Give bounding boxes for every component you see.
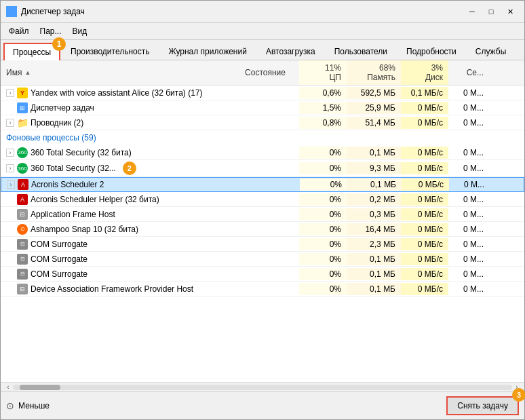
com-icon-3: ⊟ [17,269,28,280]
menu-par[interactable]: Пар... [35,24,67,38]
process-mem: 0,1 МБ [347,253,401,265]
col-header-mem[interactable]: 68% Память [347,60,401,85]
process-mem: 0,1 МБ [347,178,402,191]
table-row[interactable]: A Acronis Scheduler Helper (32 бита) 0% … [1,192,524,207]
minimize-button[interactable]: ─ [463,5,481,18]
scrollbar-area[interactable]: ‹ › [1,382,524,392]
yandex-icon: Y [17,88,28,98]
end-task-button[interactable]: Снять задачу [446,396,519,415]
process-disk: 0 МБ/с [401,268,448,280]
process-net: 0 М... [448,223,489,235]
folder-icon: 📁 [17,117,28,128]
window-title: Диспетчер задач [21,7,85,16]
table-row[interactable]: ⊙ Ashampoo Snap 10 (32 бита) 0% 16,4 МБ … [1,222,524,237]
process-net: 0 М... [448,208,489,221]
close-button[interactable]: ✕ [501,5,519,18]
process-net: 0 М... [448,238,489,250]
expand-button[interactable]: › [6,89,14,97]
process-name: ⊟ COM Surrogate [1,267,231,281]
table-row[interactable]: ⊟ Application Frame Host 0% 0,3 МБ 0 МБ/… [1,207,524,222]
end-task-container: Снять задачу 3 [446,396,519,415]
process-net: 0 М... [448,87,489,99]
process-name: › 360 360 Total Security (32... 2 [1,160,231,176]
process-state [231,273,299,275]
process-name: ⊟ COM Surrogate [1,237,231,251]
process-name: › A Acronis Scheduler 2 [1,178,232,191]
menu-file[interactable]: Файл [3,24,35,38]
badge-2: 2 [123,161,136,175]
process-cpu: 0,8% [299,117,347,129]
appframe-icon: ⊟ [17,209,28,220]
col-header-net[interactable]: Се... [448,65,489,80]
process-state [231,92,299,94]
process-net: 0 М... [448,162,489,174]
menu-bar: Файл Пар... Вид [1,23,524,40]
process-mem: 0,2 МБ [347,193,401,206]
scrollbar-track[interactable] [13,385,512,390]
process-mem: 0,1 МБ [347,268,401,280]
table-row[interactable]: ⊟ COM Surrogate 0% 2,3 МБ 0 МБ/с 0 М... [1,237,524,252]
tab-startup[interactable]: Автозагрузка [257,43,324,60]
tab-app-history[interactable]: Журнал приложений [160,43,256,60]
scrollbar-thumb[interactable] [20,385,60,390]
process-cpu: 0% [300,178,347,191]
tab-performance[interactable]: Производительность [62,43,158,60]
process-name: A Acronis Scheduler Helper (32 бита) [1,193,231,206]
process-state [231,243,299,246]
process-net: 0 М... [448,283,489,295]
process-mem: 16,4 МБ [347,223,401,235]
table-row[interactable]: ⊟ COM Surrogate 0% 0,1 МБ 0 МБ/с 0 М... [1,252,524,267]
table-row[interactable]: › Y Yandex with voice assistant Alice (3… [1,85,524,100]
process-cpu: 0% [299,253,347,265]
process-name: ⊟ Application Frame Host [1,208,231,221]
tab-users[interactable]: Пользователи [326,43,396,60]
table-row[interactable]: ⊟ Device Association Framework Provider … [1,282,524,297]
expand-button[interactable]: › [6,119,14,127]
title-bar-controls: ─ □ ✕ [463,5,519,18]
expand-button[interactable]: › [6,164,14,172]
process-state [231,198,299,201]
title-bar-left: Диспетчер задач [6,6,85,17]
process-table[interactable]: › Y Yandex with voice assistant Alice (3… [1,85,524,382]
process-state [231,228,299,231]
360-icon: 360 [17,147,28,158]
table-row[interactable]: ⊞ Диспетчер задач 1,5% 25,9 МБ 0 МБ/с 0 … [1,100,524,115]
process-name: ⊟ Device Association Framework Provider … [1,282,231,296]
process-state [231,121,299,124]
taskmgr-icon: ⊞ [17,102,28,113]
col-header-disk[interactable]: 3% Диск [401,60,448,85]
tab-details[interactable]: Подробности [397,43,465,60]
menu-view[interactable]: Вид [67,24,93,38]
table-row[interactable]: › 360 360 Total Security (32... 2 0% 9,3… [1,160,524,177]
tab-services[interactable]: Службы [467,43,515,60]
device-icon: ⊟ [17,284,28,294]
process-name: › 📁 Проводник (2) [1,116,231,130]
collapse-button[interactable]: ⊙ Меньше [6,400,50,411]
col-header-name[interactable]: Имя ▲ [1,65,231,80]
col-header-cpu[interactable]: 11% ЦП [299,60,347,85]
svg-rect-2 [7,12,11,16]
process-mem: 2,3 МБ [347,238,401,250]
process-disk: 0 МБ/с [401,208,448,221]
process-net: 0 М... [449,178,490,191]
table-row[interactable]: ⊟ COM Surrogate 0% 0,1 МБ 0 МБ/с 0 М... [1,267,524,282]
expand-button[interactable]: › [7,180,15,189]
task-manager-window: Диспетчер задач ─ □ ✕ Файл Пар... Вид Пр… [0,0,525,420]
table-row[interactable]: › 📁 Проводник (2) 0,8% 51,4 МБ 0 МБ/с 0 … [1,115,524,130]
process-net: 0 М... [448,147,489,159]
process-mem: 25,9 МБ [347,102,401,114]
process-cpu: 1,5% [299,102,347,114]
expand-button[interactable]: › [6,149,14,157]
tab-processes[interactable]: Процессы 1 [3,43,60,60]
table-row[interactable]: › 360 360 Total Security (32 бита) 0% 0,… [1,145,524,160]
process-disk: 0 МБ/с [401,102,448,114]
maximize-button[interactable]: □ [482,5,500,18]
col-header-state[interactable]: Состояние [231,65,299,80]
svg-rect-0 [7,7,11,11]
process-cpu: 0% [299,223,347,235]
table-row[interactable]: › A Acronis Scheduler 2 0% 0,1 МБ 0 МБ/с… [1,177,524,192]
process-mem: 0,1 МБ [347,283,401,295]
acronis-helper-icon: A [17,194,28,205]
scroll-left-btn[interactable]: ‹ [3,383,13,392]
process-state [232,183,300,186]
